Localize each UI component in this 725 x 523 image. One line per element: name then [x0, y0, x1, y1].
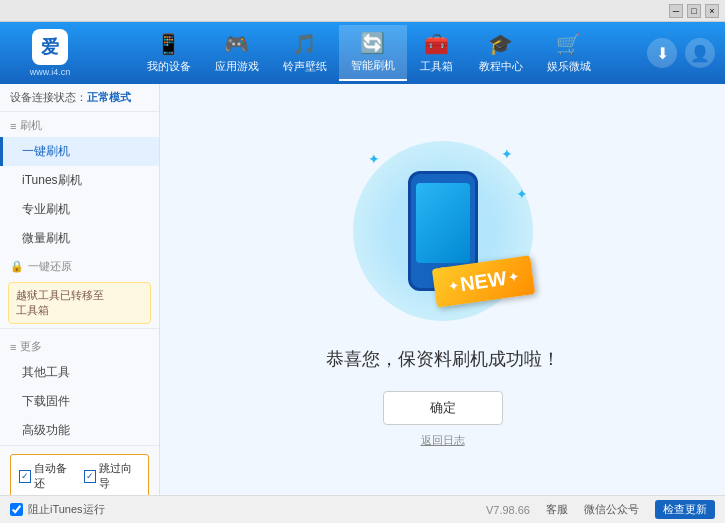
auto-backup-check-icon: ✓ [19, 470, 31, 483]
itunes-block-label: 阻止iTunes运行 [28, 502, 105, 517]
nav-app-label: 应用游戏 [215, 59, 259, 74]
nav-ringtone-icon: 🎵 [292, 32, 317, 56]
sidebar-item-micro-flash[interactable]: 微量刷机 [0, 224, 159, 253]
logo-icon: 爱 [32, 29, 68, 65]
footer-left: 阻止iTunes运行 [10, 502, 105, 517]
window-controls[interactable]: ─ □ × [669, 4, 719, 18]
back-to-log-link[interactable]: 返回日志 [421, 433, 465, 448]
logo-site: www.i4.cn [30, 67, 71, 77]
nav-tutorial[interactable]: 🎓 教程中心 [467, 25, 535, 81]
header: 爱 www.i4.cn 📱 我的设备 🎮 应用游戏 🎵 铃声壁纸 🔄 智能刷机 … [0, 22, 725, 84]
nav-toolbox[interactable]: 🧰 工具箱 [407, 25, 467, 81]
device-section: ✓ 自动备还 ✓ 跳过向导 📱 iPhone 12 mini 64GB Down… [0, 445, 159, 495]
customer-service-link[interactable]: 客服 [546, 502, 568, 517]
nav-wechat-icon: 🛒 [556, 32, 581, 56]
check-update-button[interactable]: 检查更新 [655, 500, 715, 519]
nav-wechat-label: 娱乐微城 [547, 59, 591, 74]
maximize-button[interactable]: □ [687, 4, 701, 18]
nav-flash-icon: 🔄 [360, 31, 385, 55]
footer-right: V7.98.66 客服 微信公众号 检查更新 [486, 500, 715, 519]
logo-letter: 爱 [41, 35, 59, 59]
nav-ringtone-label: 铃声壁纸 [283, 59, 327, 74]
status-label: 设备连接状态： [10, 91, 87, 103]
sidebar-item-pro-flash[interactable]: 专业刷机 [0, 195, 159, 224]
section-restore-title: 🔒 一键还原 [0, 253, 159, 278]
section-more-icon: ≡ [10, 341, 16, 353]
badge-text: NEW [458, 267, 507, 296]
illustration: ✦ ✦ ✦ ✦ NEW ✦ [343, 131, 543, 331]
connection-status: 设备连接状态：正常模式 [0, 84, 159, 112]
auto-backup-label: 自动备还 [34, 461, 75, 491]
skip-wizard-checkbox[interactable]: ✓ 跳过向导 [84, 461, 141, 491]
sidebar-item-download-firmware[interactable]: 下载固件 [0, 387, 159, 416]
nav-my-device[interactable]: 📱 我的设备 [135, 25, 203, 81]
section-flash-title: ≡ 刷机 [0, 112, 159, 137]
logo[interactable]: 爱 www.i4.cn [10, 29, 90, 77]
nav-flash-label: 智能刷机 [351, 58, 395, 73]
sparkle-1: ✦ [368, 151, 380, 167]
badge-star-right: ✦ [507, 270, 519, 285]
nav-device-icon: 📱 [156, 32, 181, 56]
section-flash-label: 刷机 [20, 118, 42, 133]
version-label: V7.98.66 [486, 504, 530, 516]
nav-app-icon: 🎮 [224, 32, 249, 56]
section-flash-icon: ≡ [10, 120, 16, 132]
nav-smart-flash[interactable]: 🔄 智能刷机 [339, 25, 407, 81]
sidebar-separator [0, 328, 159, 329]
nav-ringtone[interactable]: 🎵 铃声壁纸 [271, 25, 339, 81]
header-right: ⬇ 👤 [647, 38, 715, 68]
status-value: 正常模式 [87, 91, 131, 103]
content-area: ✦ ✦ ✦ ✦ NEW ✦ 恭喜您，保资料刷机成功啦！ 确定 返回日志 [160, 84, 725, 495]
sparkle-3: ✦ [516, 186, 528, 202]
close-button[interactable]: × [705, 4, 719, 18]
device-checkboxes: ✓ 自动备还 ✓ 跳过向导 [10, 454, 149, 495]
sidebar-warning: 越狱工具已转移至工具箱 [8, 282, 151, 324]
nav-device-label: 我的设备 [147, 59, 191, 74]
skip-wizard-check-icon: ✓ [84, 470, 96, 483]
user-button[interactable]: 👤 [685, 38, 715, 68]
download-button[interactable]: ⬇ [647, 38, 677, 68]
section-more-title: ≡ 更多 [0, 333, 159, 358]
badge-star-left: ✦ [447, 278, 459, 293]
confirm-button[interactable]: 确定 [383, 391, 503, 425]
footer: 阻止iTunes运行 V7.98.66 客服 微信公众号 检查更新 [0, 495, 725, 523]
skip-wizard-label: 跳过向导 [99, 461, 140, 491]
auto-backup-checkbox[interactable]: ✓ 自动备还 [19, 461, 76, 491]
nav-app-game[interactable]: 🎮 应用游戏 [203, 25, 271, 81]
main-layout: 设备连接状态：正常模式 ≡ 刷机 一键刷机 iTunes刷机 专业刷机 微量刷机… [0, 84, 725, 495]
sidebar: 设备连接状态：正常模式 ≡ 刷机 一键刷机 iTunes刷机 专业刷机 微量刷机… [0, 84, 160, 495]
sidebar-item-advanced[interactable]: 高级功能 [0, 416, 159, 445]
nav-toolbox-label: 工具箱 [420, 59, 453, 74]
itunes-block-checkbox[interactable] [10, 503, 23, 516]
sidebar-item-itunes-flash[interactable]: iTunes刷机 [0, 166, 159, 195]
success-message: 恭喜您，保资料刷机成功啦！ [326, 347, 560, 371]
nav-bar: 📱 我的设备 🎮 应用游戏 🎵 铃声壁纸 🔄 智能刷机 🧰 工具箱 🎓 教程中心… [90, 25, 647, 81]
sidebar-item-other-tools[interactable]: 其他工具 [0, 358, 159, 387]
minimize-button[interactable]: ─ [669, 4, 683, 18]
phone-screen [416, 183, 470, 263]
sidebar-item-onekey-flash[interactable]: 一键刷机 [0, 137, 159, 166]
section-restore-label: 一键还原 [28, 259, 72, 274]
section-more-label: 更多 [20, 339, 42, 354]
nav-wechat-city[interactable]: 🛒 娱乐微城 [535, 25, 603, 81]
nav-toolbox-icon: 🧰 [424, 32, 449, 56]
nav-tutorial-icon: 🎓 [488, 32, 513, 56]
title-bar: ─ □ × [0, 0, 725, 22]
nav-tutorial-label: 教程中心 [479, 59, 523, 74]
lock-icon: 🔒 [10, 260, 24, 273]
wechat-official-link[interactable]: 微信公众号 [584, 502, 639, 517]
sparkle-2: ✦ [501, 146, 513, 162]
